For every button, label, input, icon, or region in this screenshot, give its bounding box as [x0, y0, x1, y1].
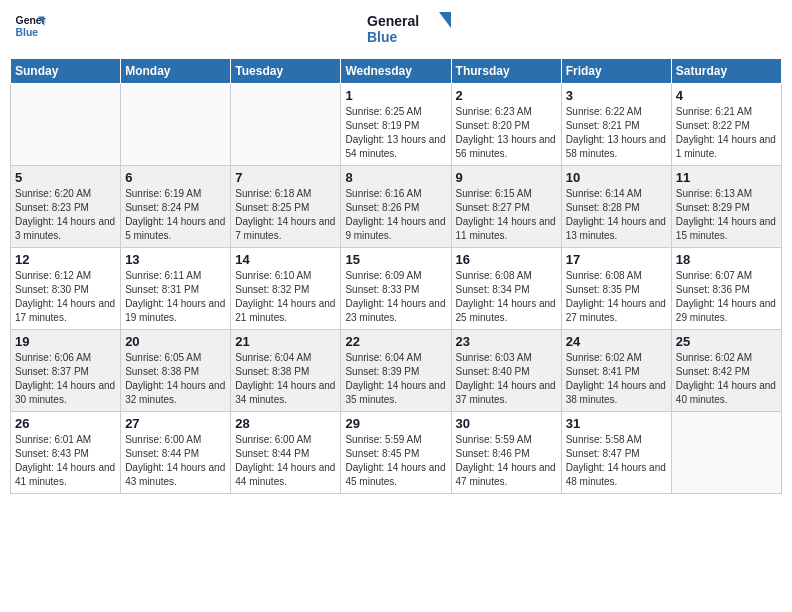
- day-number: 4: [676, 88, 777, 103]
- day-number: 31: [566, 416, 667, 431]
- day-number: 14: [235, 252, 336, 267]
- calendar-day-cell: 31Sunrise: 5:58 AMSunset: 8:47 PMDayligh…: [561, 412, 671, 494]
- day-number: 28: [235, 416, 336, 431]
- day-info: Sunrise: 6:15 AMSunset: 8:27 PMDaylight:…: [456, 187, 557, 243]
- calendar-week-row: 19Sunrise: 6:06 AMSunset: 8:37 PMDayligh…: [11, 330, 782, 412]
- calendar-day-cell: 3Sunrise: 6:22 AMSunset: 8:21 PMDaylight…: [561, 84, 671, 166]
- day-info: Sunrise: 6:04 AMSunset: 8:39 PMDaylight:…: [345, 351, 446, 407]
- svg-marker-5: [439, 12, 451, 28]
- calendar-day-cell: [121, 84, 231, 166]
- calendar-day-cell: [231, 84, 341, 166]
- day-number: 8: [345, 170, 446, 185]
- day-info: Sunrise: 6:02 AMSunset: 8:42 PMDaylight:…: [676, 351, 777, 407]
- day-number: 13: [125, 252, 226, 267]
- calendar-table: SundayMondayTuesdayWednesdayThursdayFrid…: [10, 58, 782, 494]
- day-number: 30: [456, 416, 557, 431]
- weekday-header: Saturday: [671, 59, 781, 84]
- day-number: 6: [125, 170, 226, 185]
- day-number: 27: [125, 416, 226, 431]
- logo-icon: General Blue: [14, 10, 46, 42]
- calendar-day-cell: 1Sunrise: 6:25 AMSunset: 8:19 PMDaylight…: [341, 84, 451, 166]
- page-header: General Blue General Blue: [10, 10, 782, 50]
- calendar-week-row: 12Sunrise: 6:12 AMSunset: 8:30 PMDayligh…: [11, 248, 782, 330]
- calendar-day-cell: 29Sunrise: 5:59 AMSunset: 8:45 PMDayligh…: [341, 412, 451, 494]
- calendar-day-cell: 11Sunrise: 6:13 AMSunset: 8:29 PMDayligh…: [671, 166, 781, 248]
- day-number: 1: [345, 88, 446, 103]
- calendar-day-cell: 24Sunrise: 6:02 AMSunset: 8:41 PMDayligh…: [561, 330, 671, 412]
- day-info: Sunrise: 6:11 AMSunset: 8:31 PMDaylight:…: [125, 269, 226, 325]
- day-number: 16: [456, 252, 557, 267]
- day-info: Sunrise: 6:02 AMSunset: 8:41 PMDaylight:…: [566, 351, 667, 407]
- calendar-day-cell: 5Sunrise: 6:20 AMSunset: 8:23 PMDaylight…: [11, 166, 121, 248]
- day-number: 3: [566, 88, 667, 103]
- calendar-day-cell: 10Sunrise: 6:14 AMSunset: 8:28 PMDayligh…: [561, 166, 671, 248]
- calendar-day-cell: 9Sunrise: 6:15 AMSunset: 8:27 PMDaylight…: [451, 166, 561, 248]
- day-number: 25: [676, 334, 777, 349]
- calendar-day-cell: 21Sunrise: 6:04 AMSunset: 8:38 PMDayligh…: [231, 330, 341, 412]
- calendar-day-cell: 8Sunrise: 6:16 AMSunset: 8:26 PMDaylight…: [341, 166, 451, 248]
- day-number: 29: [345, 416, 446, 431]
- svg-text:Blue: Blue: [367, 29, 398, 45]
- calendar-day-cell: 2Sunrise: 6:23 AMSunset: 8:20 PMDaylight…: [451, 84, 561, 166]
- day-info: Sunrise: 6:18 AMSunset: 8:25 PMDaylight:…: [235, 187, 336, 243]
- day-info: Sunrise: 6:00 AMSunset: 8:44 PMDaylight:…: [235, 433, 336, 489]
- calendar-day-cell: 25Sunrise: 6:02 AMSunset: 8:42 PMDayligh…: [671, 330, 781, 412]
- day-info: Sunrise: 6:14 AMSunset: 8:28 PMDaylight:…: [566, 187, 667, 243]
- calendar-day-cell: 6Sunrise: 6:19 AMSunset: 8:24 PMDaylight…: [121, 166, 231, 248]
- day-number: 20: [125, 334, 226, 349]
- weekday-header: Thursday: [451, 59, 561, 84]
- day-info: Sunrise: 6:00 AMSunset: 8:44 PMDaylight:…: [125, 433, 226, 489]
- calendar-day-cell: 15Sunrise: 6:09 AMSunset: 8:33 PMDayligh…: [341, 248, 451, 330]
- day-number: 10: [566, 170, 667, 185]
- calendar-day-cell: 19Sunrise: 6:06 AMSunset: 8:37 PMDayligh…: [11, 330, 121, 412]
- calendar-day-cell: 17Sunrise: 6:08 AMSunset: 8:35 PMDayligh…: [561, 248, 671, 330]
- calendar-day-cell: [671, 412, 781, 494]
- day-info: Sunrise: 5:58 AMSunset: 8:47 PMDaylight:…: [566, 433, 667, 489]
- day-number: 7: [235, 170, 336, 185]
- day-info: Sunrise: 6:23 AMSunset: 8:20 PMDaylight:…: [456, 105, 557, 161]
- day-number: 26: [15, 416, 116, 431]
- day-number: 19: [15, 334, 116, 349]
- calendar-day-cell: 23Sunrise: 6:03 AMSunset: 8:40 PMDayligh…: [451, 330, 561, 412]
- day-info: Sunrise: 6:25 AMSunset: 8:19 PMDaylight:…: [345, 105, 446, 161]
- calendar-day-cell: 13Sunrise: 6:11 AMSunset: 8:31 PMDayligh…: [121, 248, 231, 330]
- day-number: 22: [345, 334, 446, 349]
- logo-block: General Blue: [367, 10, 457, 50]
- day-info: Sunrise: 6:03 AMSunset: 8:40 PMDaylight:…: [456, 351, 557, 407]
- day-info: Sunrise: 6:21 AMSunset: 8:22 PMDaylight:…: [676, 105, 777, 161]
- calendar-day-cell: 12Sunrise: 6:12 AMSunset: 8:30 PMDayligh…: [11, 248, 121, 330]
- calendar-day-cell: 28Sunrise: 6:00 AMSunset: 8:44 PMDayligh…: [231, 412, 341, 494]
- calendar-day-cell: 16Sunrise: 6:08 AMSunset: 8:34 PMDayligh…: [451, 248, 561, 330]
- day-info: Sunrise: 6:09 AMSunset: 8:33 PMDaylight:…: [345, 269, 446, 325]
- day-info: Sunrise: 6:12 AMSunset: 8:30 PMDaylight:…: [15, 269, 116, 325]
- day-info: Sunrise: 6:08 AMSunset: 8:34 PMDaylight:…: [456, 269, 557, 325]
- calendar-day-cell: 18Sunrise: 6:07 AMSunset: 8:36 PMDayligh…: [671, 248, 781, 330]
- day-info: Sunrise: 6:10 AMSunset: 8:32 PMDaylight:…: [235, 269, 336, 325]
- day-info: Sunrise: 5:59 AMSunset: 8:46 PMDaylight:…: [456, 433, 557, 489]
- day-number: 5: [15, 170, 116, 185]
- day-number: 18: [676, 252, 777, 267]
- day-info: Sunrise: 6:22 AMSunset: 8:21 PMDaylight:…: [566, 105, 667, 161]
- day-info: Sunrise: 6:07 AMSunset: 8:36 PMDaylight:…: [676, 269, 777, 325]
- logo: General Blue: [14, 10, 46, 42]
- weekday-header-row: SundayMondayTuesdayWednesdayThursdayFrid…: [11, 59, 782, 84]
- day-info: Sunrise: 6:19 AMSunset: 8:24 PMDaylight:…: [125, 187, 226, 243]
- day-info: Sunrise: 5:59 AMSunset: 8:45 PMDaylight:…: [345, 433, 446, 489]
- day-info: Sunrise: 6:01 AMSunset: 8:43 PMDaylight:…: [15, 433, 116, 489]
- weekday-header: Monday: [121, 59, 231, 84]
- calendar-day-cell: 4Sunrise: 6:21 AMSunset: 8:22 PMDaylight…: [671, 84, 781, 166]
- calendar-day-cell: 30Sunrise: 5:59 AMSunset: 8:46 PMDayligh…: [451, 412, 561, 494]
- day-info: Sunrise: 6:08 AMSunset: 8:35 PMDaylight:…: [566, 269, 667, 325]
- weekday-header: Friday: [561, 59, 671, 84]
- day-number: 21: [235, 334, 336, 349]
- svg-text:Blue: Blue: [16, 27, 39, 38]
- calendar-day-cell: [11, 84, 121, 166]
- weekday-header: Sunday: [11, 59, 121, 84]
- day-number: 23: [456, 334, 557, 349]
- calendar-day-cell: 14Sunrise: 6:10 AMSunset: 8:32 PMDayligh…: [231, 248, 341, 330]
- day-number: 12: [15, 252, 116, 267]
- calendar-day-cell: 27Sunrise: 6:00 AMSunset: 8:44 PMDayligh…: [121, 412, 231, 494]
- day-number: 17: [566, 252, 667, 267]
- calendar-day-cell: 7Sunrise: 6:18 AMSunset: 8:25 PMDaylight…: [231, 166, 341, 248]
- calendar-week-row: 26Sunrise: 6:01 AMSunset: 8:43 PMDayligh…: [11, 412, 782, 494]
